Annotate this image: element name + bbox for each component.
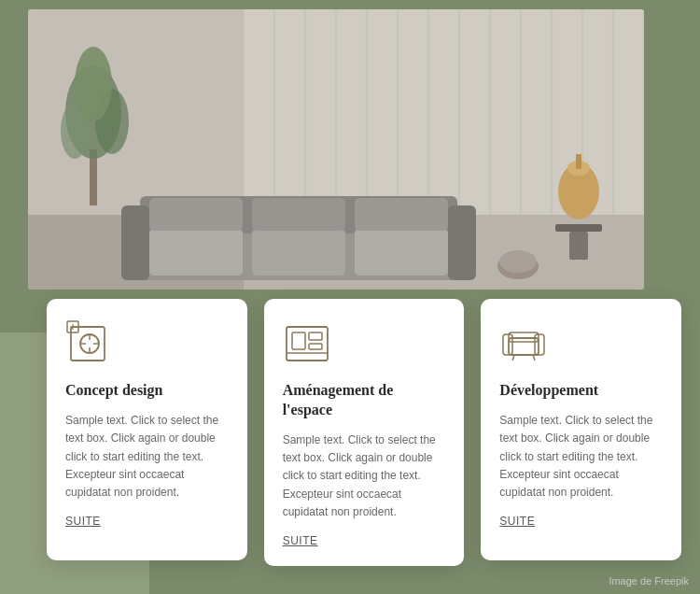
card-amenagement[interactable]: Aménagement de l'espace Sample text. Cli…: [264, 299, 465, 566]
card-amenagement-title: Aménagement de l'espace: [283, 381, 446, 420]
image-credit: Image de Freepik: [609, 575, 689, 587]
room-background: [28, 9, 644, 290]
design-icon: [65, 319, 114, 368]
svg-rect-34: [149, 229, 243, 276]
svg-rect-36: [355, 229, 448, 276]
card-developpement-title: Développement: [499, 381, 663, 401]
cards-container: Concept design Sample text. Click to sel…: [47, 299, 681, 566]
svg-rect-58: [309, 332, 322, 340]
card-concept-design[interactable]: Concept design Sample text. Click to sel…: [47, 299, 247, 560]
card-developpement-link[interactable]: SUITE: [499, 515, 663, 528]
svg-rect-44: [576, 154, 581, 169]
svg-rect-40: [555, 224, 602, 232]
svg-rect-35: [252, 229, 345, 276]
card-developpement[interactable]: Développement Sample text. Click to sele…: [481, 299, 681, 560]
card-developpement-text: Sample text. Click to select the text bo…: [499, 412, 663, 502]
svg-rect-37: [149, 198, 243, 231]
svg-rect-59: [309, 344, 322, 349]
card-concept-link[interactable]: SUITE: [65, 515, 229, 528]
layout-icon: [283, 319, 331, 368]
background: Concept design Sample text. Click to sel…: [0, 0, 700, 594]
svg-point-46: [499, 250, 537, 273]
hero-image: [28, 9, 644, 290]
svg-point-29: [75, 47, 112, 121]
svg-rect-62: [509, 332, 539, 342]
svg-rect-32: [121, 205, 149, 280]
card-amenagement-link[interactable]: SUITE: [283, 534, 446, 547]
svg-rect-41: [569, 232, 588, 260]
sofa-icon: [499, 319, 548, 368]
svg-rect-57: [292, 332, 305, 349]
svg-rect-33: [448, 205, 476, 280]
card-amenagement-text: Sample text. Click to select the text bo…: [283, 431, 446, 521]
card-concept-text: Sample text. Click to select the text bo…: [65, 412, 229, 502]
svg-rect-39: [355, 198, 448, 231]
svg-rect-38: [252, 198, 345, 231]
svg-rect-61: [509, 338, 539, 355]
card-concept-title: Concept design: [65, 381, 229, 401]
